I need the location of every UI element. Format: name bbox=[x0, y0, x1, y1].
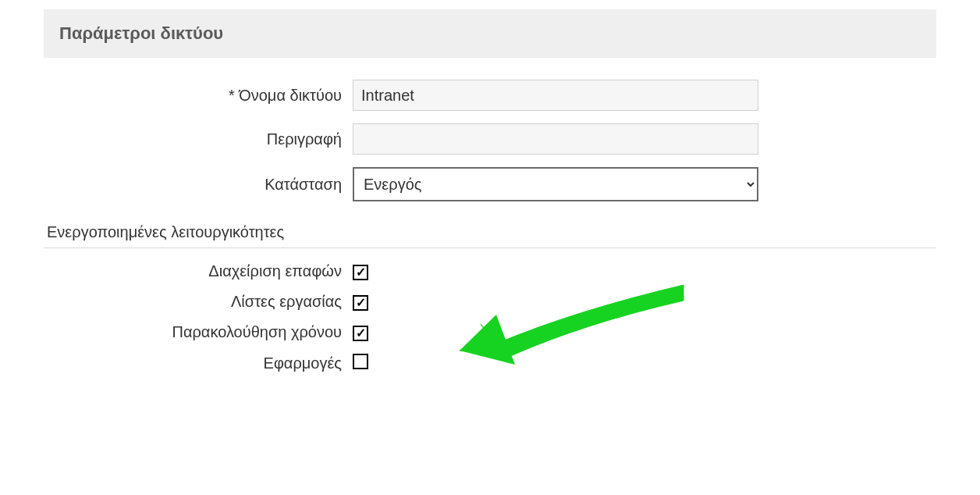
checkbox-apps[interactable] bbox=[353, 354, 368, 369]
input-network-name[interactable] bbox=[353, 80, 758, 111]
label-network-name: * Όνομα δικτύου bbox=[44, 87, 353, 105]
label-feature-worklists: Λίστες εργασίας bbox=[44, 293, 353, 311]
label-feature-apps: Εφαρμογές bbox=[44, 354, 353, 372]
row-status: Κατάσταση Ενεργός bbox=[44, 167, 936, 201]
row-description: Περιγραφή bbox=[44, 123, 936, 155]
row-feature-contacts: Διαχείριση επαφών bbox=[44, 262, 936, 280]
row-feature-worklists: Λίστες εργασίας bbox=[44, 293, 936, 311]
row-feature-time-tracking: Παρακολούθηση χρόνου bbox=[44, 323, 936, 341]
row-feature-apps: Εφαρμογές bbox=[44, 354, 936, 373]
checkbox-time-tracking[interactable] bbox=[353, 326, 368, 341]
label-feature-time-tracking: Παρακολούθηση χρόνου bbox=[44, 323, 353, 341]
select-status[interactable]: Ενεργός bbox=[353, 167, 758, 201]
checkbox-contacts[interactable] bbox=[353, 265, 368, 280]
panel-title: Παράμετροι δικτύου bbox=[44, 9, 936, 58]
network-settings-panel: Παράμετροι δικτύου * Όνομα δικτύου Περιγ… bbox=[0, 0, 980, 417]
input-description[interactable] bbox=[353, 123, 758, 155]
label-feature-contacts: Διαχείριση επαφών bbox=[44, 262, 353, 280]
label-description: Περιγραφή bbox=[44, 130, 353, 148]
checkbox-worklists[interactable] bbox=[353, 295, 368, 311]
section-title-features: Ενεργοποιημένες λειτουργικότητες bbox=[44, 215, 936, 248]
row-network-name: * Όνομα δικτύου bbox=[44, 80, 936, 111]
label-status: Κατάσταση bbox=[44, 176, 353, 194]
